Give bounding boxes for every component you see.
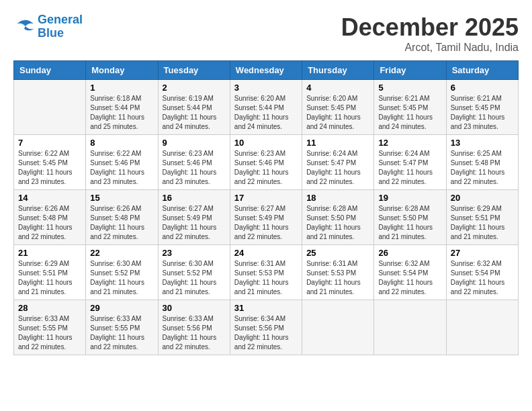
day-info: Sunrise: 6:27 AMSunset: 5:49 PMDaylight:… — [234, 204, 298, 242]
day-info: Sunrise: 6:29 AMSunset: 5:51 PMDaylight:… — [451, 204, 514, 242]
day-info: Sunrise: 6:22 AMSunset: 5:45 PMDaylight:… — [18, 149, 81, 187]
day-number: 7 — [18, 138, 81, 148]
day-info: Sunrise: 6:29 AMSunset: 5:51 PMDaylight:… — [18, 259, 81, 297]
day-number: 15 — [90, 193, 153, 203]
day-info: Sunrise: 6:33 AMSunset: 5:55 PMDaylight:… — [18, 314, 81, 352]
day-number: 17 — [234, 193, 298, 203]
calendar-week-2: 14Sunrise: 6:26 AMSunset: 5:48 PMDayligh… — [14, 190, 519, 245]
day-info: Sunrise: 6:33 AMSunset: 5:55 PMDaylight:… — [90, 314, 153, 352]
calendar-cell: 19Sunrise: 6:28 AMSunset: 5:50 PMDayligh… — [374, 190, 446, 245]
calendar-cell: 13Sunrise: 6:25 AMSunset: 5:48 PMDayligh… — [446, 135, 518, 190]
day-number: 8 — [90, 138, 153, 148]
day-info: Sunrise: 6:33 AMSunset: 5:56 PMDaylight:… — [163, 314, 226, 352]
logo: General Blue — [13, 13, 83, 40]
header-thursday: Thursday — [302, 61, 374, 80]
day-number: 9 — [163, 138, 226, 148]
calendar-cell: 18Sunrise: 6:28 AMSunset: 5:50 PMDayligh… — [302, 190, 374, 245]
day-number: 24 — [234, 248, 298, 258]
day-number: 27 — [451, 248, 514, 258]
calendar-cell: 23Sunrise: 6:30 AMSunset: 5:52 PMDayligh… — [158, 245, 230, 300]
header-saturday: Saturday — [446, 61, 518, 80]
day-info: Sunrise: 6:23 AMSunset: 5:46 PMDaylight:… — [163, 149, 226, 187]
day-number: 4 — [306, 83, 369, 93]
day-number: 5 — [378, 83, 441, 93]
calendar-cell — [302, 300, 374, 355]
day-number: 10 — [234, 138, 298, 148]
header-row: SundayMondayTuesdayWednesdayThursdayFrid… — [14, 61, 519, 80]
day-info: Sunrise: 6:31 AMSunset: 5:53 PMDaylight:… — [306, 259, 369, 297]
day-info: Sunrise: 6:25 AMSunset: 5:48 PMDaylight:… — [451, 149, 514, 187]
day-number: 20 — [451, 193, 514, 203]
calendar-cell: 27Sunrise: 6:32 AMSunset: 5:54 PMDayligh… — [446, 245, 518, 300]
calendar-body: 1Sunrise: 6:18 AMSunset: 5:44 PMDaylight… — [14, 80, 519, 355]
day-number: 16 — [163, 193, 226, 203]
day-number: 21 — [18, 248, 81, 258]
day-info: Sunrise: 6:34 AMSunset: 5:56 PMDaylight:… — [234, 314, 298, 352]
calendar-cell: 9Sunrise: 6:23 AMSunset: 5:46 PMDaylight… — [158, 135, 230, 190]
day-number: 23 — [163, 248, 226, 258]
calendar-cell: 20Sunrise: 6:29 AMSunset: 5:51 PMDayligh… — [446, 190, 518, 245]
day-info: Sunrise: 6:30 AMSunset: 5:52 PMDaylight:… — [90, 259, 153, 297]
calendar-cell: 5Sunrise: 6:21 AMSunset: 5:45 PMDaylight… — [374, 80, 446, 135]
day-info: Sunrise: 6:30 AMSunset: 5:52 PMDaylight:… — [163, 259, 226, 297]
day-info: Sunrise: 6:22 AMSunset: 5:46 PMDaylight:… — [90, 149, 153, 187]
day-info: Sunrise: 6:21 AMSunset: 5:45 PMDaylight:… — [451, 94, 514, 132]
calendar-cell: 16Sunrise: 6:27 AMSunset: 5:49 PMDayligh… — [158, 190, 230, 245]
day-info: Sunrise: 6:23 AMSunset: 5:46 PMDaylight:… — [234, 149, 298, 187]
day-info: Sunrise: 6:27 AMSunset: 5:49 PMDaylight:… — [163, 204, 226, 242]
day-info: Sunrise: 6:24 AMSunset: 5:47 PMDaylight:… — [306, 149, 369, 187]
day-info: Sunrise: 6:20 AMSunset: 5:44 PMDaylight:… — [234, 94, 298, 132]
calendar-cell — [14, 80, 86, 135]
day-number: 1 — [90, 83, 153, 93]
calendar-cell — [446, 300, 518, 355]
calendar-cell: 10Sunrise: 6:23 AMSunset: 5:46 PMDayligh… — [230, 135, 302, 190]
calendar-table: SundayMondayTuesdayWednesdayThursdayFrid… — [13, 60, 519, 355]
calendar-cell: 3Sunrise: 6:20 AMSunset: 5:44 PMDaylight… — [230, 80, 302, 135]
calendar-cell: 28Sunrise: 6:33 AMSunset: 5:55 PMDayligh… — [14, 300, 86, 355]
header-friday: Friday — [374, 61, 446, 80]
day-number: 26 — [378, 248, 441, 258]
day-info: Sunrise: 6:32 AMSunset: 5:54 PMDaylight:… — [378, 259, 441, 297]
day-info: Sunrise: 6:20 AMSunset: 5:45 PMDaylight:… — [306, 94, 369, 132]
calendar-week-4: 28Sunrise: 6:33 AMSunset: 5:55 PMDayligh… — [14, 300, 519, 355]
header-tuesday: Tuesday — [158, 61, 230, 80]
day-info: Sunrise: 6:26 AMSunset: 5:48 PMDaylight:… — [18, 204, 81, 242]
day-number: 13 — [451, 138, 514, 148]
location: Arcot, Tamil Nadu, India — [341, 42, 519, 54]
calendar-cell: 12Sunrise: 6:24 AMSunset: 5:47 PMDayligh… — [374, 135, 446, 190]
logo-bird-icon — [13, 17, 35, 36]
calendar-cell: 6Sunrise: 6:21 AMSunset: 5:45 PMDaylight… — [446, 80, 518, 135]
day-info: Sunrise: 6:28 AMSunset: 5:50 PMDaylight:… — [306, 204, 369, 242]
day-number: 19 — [378, 193, 441, 203]
day-number: 31 — [234, 303, 298, 313]
day-number: 11 — [306, 138, 369, 148]
calendar-cell: 17Sunrise: 6:27 AMSunset: 5:49 PMDayligh… — [230, 190, 302, 245]
calendar-cell: 22Sunrise: 6:30 AMSunset: 5:52 PMDayligh… — [86, 245, 158, 300]
day-number: 3 — [234, 83, 298, 93]
day-info: Sunrise: 6:32 AMSunset: 5:54 PMDaylight:… — [451, 259, 514, 297]
day-info: Sunrise: 6:21 AMSunset: 5:45 PMDaylight:… — [378, 94, 441, 132]
day-info: Sunrise: 6:18 AMSunset: 5:44 PMDaylight:… — [90, 94, 153, 132]
calendar-cell: 29Sunrise: 6:33 AMSunset: 5:55 PMDayligh… — [86, 300, 158, 355]
calendar-cell: 14Sunrise: 6:26 AMSunset: 5:48 PMDayligh… — [14, 190, 86, 245]
day-number: 2 — [163, 83, 226, 93]
page-header: General Blue December 2025 Arcot, Tamil … — [13, 13, 519, 54]
day-info: Sunrise: 6:19 AMSunset: 5:44 PMDaylight:… — [163, 94, 226, 132]
calendar-cell — [374, 300, 446, 355]
day-info: Sunrise: 6:26 AMSunset: 5:48 PMDaylight:… — [90, 204, 153, 242]
calendar-cell: 25Sunrise: 6:31 AMSunset: 5:53 PMDayligh… — [302, 245, 374, 300]
header-wednesday: Wednesday — [230, 61, 302, 80]
calendar-week-1: 7Sunrise: 6:22 AMSunset: 5:45 PMDaylight… — [14, 135, 519, 190]
day-number: 18 — [306, 193, 369, 203]
calendar-cell: 31Sunrise: 6:34 AMSunset: 5:56 PMDayligh… — [230, 300, 302, 355]
calendar-cell: 15Sunrise: 6:26 AMSunset: 5:48 PMDayligh… — [86, 190, 158, 245]
calendar-cell: 7Sunrise: 6:22 AMSunset: 5:45 PMDaylight… — [14, 135, 86, 190]
calendar-cell: 2Sunrise: 6:19 AMSunset: 5:44 PMDaylight… — [158, 80, 230, 135]
day-number: 29 — [90, 303, 153, 313]
calendar-cell: 24Sunrise: 6:31 AMSunset: 5:53 PMDayligh… — [230, 245, 302, 300]
calendar-cell: 30Sunrise: 6:33 AMSunset: 5:56 PMDayligh… — [158, 300, 230, 355]
title-block: December 2025 Arcot, Tamil Nadu, India — [341, 13, 519, 54]
month-title: December 2025 — [341, 13, 519, 42]
calendar-cell: 11Sunrise: 6:24 AMSunset: 5:47 PMDayligh… — [302, 135, 374, 190]
calendar-cell: 8Sunrise: 6:22 AMSunset: 5:46 PMDaylight… — [86, 135, 158, 190]
